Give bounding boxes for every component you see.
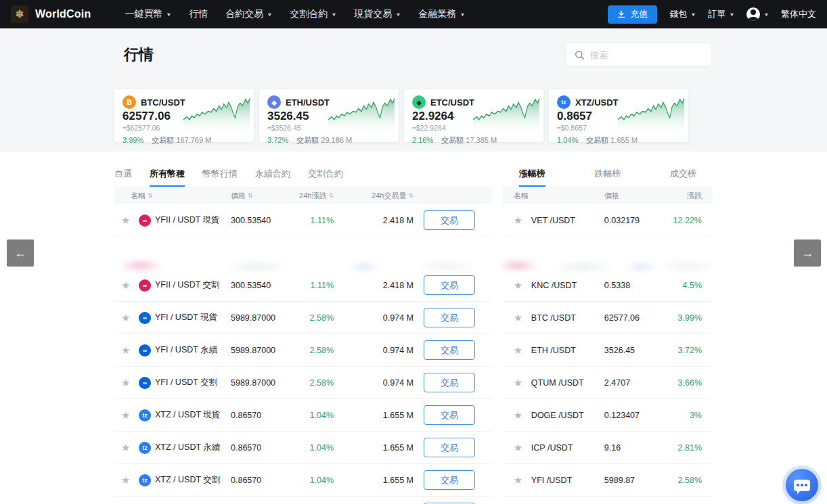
trade-button[interactable]: 交易 bbox=[424, 340, 475, 360]
favorite-star-icon[interactable]: ★ bbox=[121, 409, 139, 421]
favorite-star-icon[interactable]: ★ bbox=[121, 214, 139, 227]
favorite-star-icon[interactable]: ★ bbox=[514, 214, 531, 227]
favorite-star-icon[interactable]: ★ bbox=[121, 474, 139, 486]
trade-button[interactable]: 交易 bbox=[424, 275, 475, 295]
nav-menu-item[interactable]: 交割合約 ▼ bbox=[290, 8, 336, 20]
market-row[interactable]: ★ tz XTZ / USDT 交割 0.86570 1.04% 1.655 M… bbox=[114, 464, 492, 497]
pair-price: 5989.87 bbox=[604, 476, 640, 485]
tab[interactable]: 漲幅榜 bbox=[519, 168, 545, 187]
market-row[interactable]: ★ ∞ YFII / USDT 現貨 300.53540 1.11% 2.418… bbox=[114, 204, 492, 237]
column-header[interactable]: 價格 ⇅ bbox=[231, 191, 296, 201]
account-menu[interactable]: ▼ bbox=[746, 7, 769, 21]
market-row[interactable]: ★ ∞ YFII / USDT 交割 300.53540 1.11% 2.418… bbox=[114, 269, 492, 302]
trade-button[interactable]: 交易 bbox=[424, 470, 475, 490]
tab[interactable]: 交割合約 bbox=[308, 168, 343, 187]
market-row[interactable]: ★ ∞ YFI / USDT 永續 5989.87000 2.58% 0.974… bbox=[114, 334, 492, 367]
tab[interactable]: 跌幅榜 bbox=[594, 168, 621, 187]
rank-row[interactable]: ★ DOGE /USDT 0.123407 3% bbox=[503, 399, 713, 432]
orders-menu[interactable]: 訂單 ▼ bbox=[708, 8, 734, 20]
trade-button[interactable]: 交易 bbox=[424, 210, 475, 230]
market-row[interactable]: ★ tz XTZ / USDT 永續 0.86570 1.04% 1.655 M… bbox=[114, 432, 492, 464]
rank-row[interactable]: ★ QTUM /USDT 2.4707 3.66% bbox=[503, 367, 713, 399]
market-card[interactable]: Ƀ BTC/USDT 62577.06 ≈$62577.06 3.99% 交易額… bbox=[114, 89, 254, 142]
rank-row[interactable]: ★ ICP /USDT 9.16 2.81% bbox=[503, 432, 713, 464]
nav-menu-item[interactable]: 行情 bbox=[189, 8, 208, 20]
card-volume-label: 交易額 bbox=[441, 136, 464, 144]
tab[interactable]: 幣幣行情 bbox=[202, 168, 238, 187]
favorite-star-icon[interactable]: ★ bbox=[514, 279, 531, 292]
favorite-star-icon[interactable]: ★ bbox=[514, 474, 531, 486]
carousel-right-arrow[interactable]: → bbox=[794, 239, 821, 267]
nav-item-label: 一鍵買幣 bbox=[125, 8, 162, 20]
wallet-menu[interactable]: 錢包 ▼ bbox=[669, 8, 696, 20]
brand[interactable]: ✽ WorldCoin bbox=[11, 5, 91, 23]
chevron-down-icon: ▼ bbox=[763, 12, 769, 17]
market-row[interactable]: ★ ∞ YFI / USDT 交割 5989.87000 2.58% 0.974… bbox=[114, 367, 492, 399]
trade-button[interactable]: 交易 bbox=[424, 405, 475, 425]
tab[interactable]: 所有幣種 bbox=[150, 168, 185, 187]
rank-row[interactable]: ★ KNC /USDT 0.5338 4.5% bbox=[503, 269, 713, 302]
sort-icon: ⇅ bbox=[408, 192, 414, 199]
tab-label: 永續合約 bbox=[255, 168, 290, 179]
pair-change: 2.58% bbox=[640, 476, 702, 485]
language-selector[interactable]: 繁体中文 bbox=[781, 8, 816, 20]
rank-row[interactable]: ★ VET /USDT 0.032179 12.22% bbox=[503, 204, 713, 237]
rank-row[interactable]: ★ BTC /USDT 62577.06 3.99% bbox=[503, 302, 713, 334]
column-header[interactable]: 24h漲跌 ⇅ bbox=[296, 191, 334, 201]
brand-name: WorldCoin bbox=[35, 8, 91, 20]
market-card[interactable]: ◆ ETC/USDT 22.9264 ≈$22.9264 2.16% 交易額 1… bbox=[404, 89, 543, 142]
favorite-star-icon[interactable]: ★ bbox=[514, 409, 531, 421]
trade-button[interactable]: 交易 bbox=[424, 373, 475, 392]
column-header[interactable]: 價格 bbox=[604, 191, 640, 201]
market-row[interactable]: ★ 交易 bbox=[114, 237, 492, 269]
column-header[interactable]: 名稱 ⇅ bbox=[121, 191, 231, 201]
nav-menu-item[interactable]: 現貨交易 ▼ bbox=[354, 8, 401, 20]
search-input[interactable] bbox=[590, 50, 698, 60]
favorite-star-icon[interactable]: ★ bbox=[514, 312, 531, 324]
pair-change: 1.11% bbox=[296, 281, 334, 290]
market-row[interactable]: ★ tz XTZ / USDT 現貨 0.86570 1.04% 1.655 M… bbox=[114, 399, 492, 432]
favorite-star-icon[interactable]: ★ bbox=[121, 377, 139, 389]
favorite-star-icon[interactable]: ★ bbox=[121, 442, 139, 454]
tab[interactable]: 成交榜 bbox=[670, 168, 696, 187]
market-card[interactable]: tz XTZ/USDT 0.8657 ≈$0.8657 1.04% 交易額 1.… bbox=[549, 89, 688, 142]
tab[interactable]: 永續合約 bbox=[255, 168, 290, 187]
column-header[interactable]: 漲跌 bbox=[640, 191, 702, 201]
right-arrow-icon: → bbox=[801, 246, 813, 260]
market-row[interactable]: ★ ∞ YFI / USDT 現貨 5989.87000 2.58% 0.974… bbox=[114, 302, 492, 334]
nav-menu-item[interactable]: 金融業務 ▼ bbox=[418, 8, 465, 20]
favorite-star-icon[interactable]: ★ bbox=[514, 377, 531, 389]
rank-row[interactable]: ★ bbox=[503, 237, 713, 269]
coin-icon: tz bbox=[139, 474, 151, 486]
favorite-star-icon[interactable]: ★ bbox=[514, 344, 531, 357]
card-volume-label: 交易額 bbox=[586, 136, 608, 144]
nav-menu-item[interactable]: 合約交易 ▼ bbox=[225, 8, 272, 20]
rank-row[interactable]: ★ ETH /USDT 3526.45 3.72% bbox=[503, 334, 713, 367]
pair-name: YFII / USDT 現貨 bbox=[155, 214, 231, 226]
pair-price: 300.53540 bbox=[231, 281, 296, 290]
market-row[interactable]: ★ 交易 bbox=[114, 497, 492, 504]
market-card[interactable]: ◆ ETH/USDT 3526.45 ≈$3526.45 3.72% 交易額 2… bbox=[259, 89, 399, 142]
card-change: 3.99% bbox=[122, 136, 143, 144]
rank-row[interactable]: ★ YFI /USDT 5989.87 2.58% bbox=[503, 464, 713, 497]
column-header[interactable]: 24h交易量 ⇅ bbox=[334, 191, 414, 201]
market-tabs: 自選 所有幣種 幣幣行情 永續合約 交割合約 bbox=[114, 168, 492, 187]
favorite-star-icon[interactable]: ★ bbox=[121, 344, 139, 357]
pair-volume: 1.655 M bbox=[334, 411, 414, 420]
deposit-button[interactable]: 充值 bbox=[608, 5, 657, 24]
chat-support-button[interactable] bbox=[786, 469, 818, 501]
favorite-star-icon[interactable]: ★ bbox=[121, 279, 139, 292]
nav-menu-item[interactable]: 一鍵買幣 ▼ bbox=[125, 8, 171, 20]
trade-button[interactable]: 交易 bbox=[424, 438, 475, 457]
pair-name: QTUM /USDT bbox=[531, 378, 604, 388]
chevron-down-icon: ▼ bbox=[460, 12, 466, 17]
carousel-left-arrow[interactable]: ← bbox=[7, 239, 34, 267]
favorite-star-icon[interactable]: ★ bbox=[514, 442, 531, 454]
column-header[interactable]: 名稱 bbox=[514, 191, 604, 201]
favorite-star-icon[interactable]: ★ bbox=[121, 312, 139, 324]
trade-button[interactable]: 交易 bbox=[424, 308, 475, 327]
tab[interactable]: 自選 bbox=[114, 168, 132, 187]
chevron-down-icon: ▼ bbox=[166, 12, 172, 17]
pair-volume: 2.418 M bbox=[334, 216, 414, 225]
search-box bbox=[566, 43, 711, 66]
